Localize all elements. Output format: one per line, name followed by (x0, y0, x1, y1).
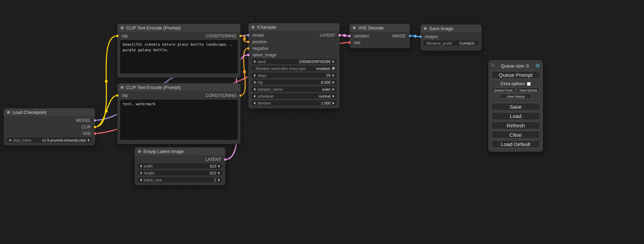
positive-prompt-textarea[interactable]: beautiful scenery nature glass bottle la… (120, 40, 238, 73)
node-ksampler[interactable]: KSampler model LATENT positive negative … (248, 23, 340, 109)
collapse-dot-icon[interactable] (424, 27, 427, 30)
input-slot-vae[interactable] (348, 41, 351, 44)
widget-scheduler[interactable]: scheduler normal (251, 93, 337, 99)
negative-prompt-textarea[interactable]: text, watermark (120, 100, 238, 140)
node-load-checkpoint[interactable]: Load Checkpoint MODEL CLIP VAE ckpt_name… (3, 108, 95, 146)
load-button[interactable]: Load (491, 112, 540, 120)
node-title: Save Image (429, 26, 453, 31)
decrement-arrow-icon[interactable] (254, 102, 255, 105)
menu-panel[interactable]: ⠿ Queue size: 0 ⚙ Queue Prompt Extra opt… (488, 60, 543, 152)
output-slot-conditioning[interactable] (239, 34, 242, 37)
widget-value: 1.000 (321, 101, 330, 105)
extra-options-checkbox[interactable] (527, 82, 531, 86)
output-slot-latent[interactable] (338, 34, 341, 37)
input-slot-positive[interactable] (247, 40, 250, 43)
node-graph-canvas[interactable]: Load Checkpoint MODEL CLIP VAE ckpt_name… (0, 0, 644, 244)
queue-prompt-button[interactable]: Queue Prompt (491, 71, 540, 79)
output-slot-clip[interactable] (94, 125, 97, 128)
queue-front-button[interactable]: Queue Front (491, 88, 515, 92)
widget-cfg[interactable]: cfg 8.000 (251, 80, 337, 85)
decrement-arrow-icon[interactable] (140, 179, 142, 181)
widget-batch-size[interactable]: batch_size 1 (138, 177, 222, 182)
prev-value-arrow-icon[interactable] (254, 88, 255, 91)
node-clip-text-encode-positive[interactable]: CLIP Text Encode (Prompt) clip CONDITION… (117, 24, 241, 78)
output-slot-image[interactable] (408, 34, 412, 37)
slot-row: clip CONDITIONING (117, 92, 240, 98)
node-titlebar[interactable]: VAE Decode (350, 24, 410, 32)
input-slot-clip[interactable] (116, 94, 119, 97)
widget-ckpt-name[interactable]: ckpt_name v1-5-pruned-emaonly.ckpt (7, 137, 92, 143)
widget-width[interactable]: width 512 (138, 163, 222, 169)
decrement-arrow-icon[interactable] (254, 81, 255, 84)
node-titlebar[interactable]: CLIP Text Encode (Prompt) (117, 24, 240, 32)
prev-value-arrow-icon[interactable] (9, 139, 11, 142)
save-button[interactable]: Save (491, 103, 540, 111)
widget-steps[interactable]: steps 20 (251, 73, 337, 78)
decrement-arrow-icon[interactable] (254, 74, 255, 77)
node-titlebar[interactable]: Load Checkpoint (4, 108, 95, 117)
queue-buttons-row: Queue Front View Queue (491, 88, 540, 92)
widget-filename-prefix[interactable]: filename_prefix ComfyUI (423, 40, 479, 46)
node-titlebar[interactable]: CLIP Text Encode (Prompt) (117, 83, 240, 92)
input-label-clip: clip (122, 93, 128, 98)
input-slot-images[interactable] (419, 35, 422, 38)
node-vae-decode[interactable]: VAE Decode samples IMAGE vae (349, 24, 410, 48)
increment-arrow-icon[interactable] (333, 81, 334, 84)
increment-arrow-icon[interactable] (333, 74, 334, 77)
clear-button[interactable]: Clear (491, 131, 540, 139)
output-slot-latent[interactable] (224, 158, 227, 161)
widget-label: batch_size (144, 178, 162, 182)
node-save-image[interactable]: Save Image images filename_prefix ComfyU… (420, 24, 482, 51)
input-label-negative: negative (253, 46, 268, 51)
increment-arrow-icon[interactable] (218, 179, 220, 181)
decrement-arrow-icon[interactable] (140, 172, 142, 174)
link-midpoint-dot-vae-image-to-save-image (414, 35, 417, 38)
increment-arrow-icon[interactable] (218, 172, 220, 174)
input-slot-negative[interactable] (247, 47, 250, 50)
link-midpoint-dot-ksampler-latent-to-vae-decode (343, 34, 346, 37)
next-value-arrow-icon[interactable] (88, 139, 90, 142)
widget-sampler-name[interactable]: sampler_name euler (251, 87, 337, 92)
node-titlebar[interactable]: KSampler (248, 23, 339, 31)
input-slot-clip[interactable] (116, 34, 119, 37)
settings-gear-icon[interactable]: ⚙ (536, 63, 540, 69)
input-slot-samples[interactable] (348, 34, 351, 37)
output-label-image: IMAGE (392, 34, 406, 38)
toggle-dot-icon[interactable] (332, 67, 335, 70)
collapse-dot-icon[interactable] (7, 111, 10, 114)
increment-arrow-icon[interactable] (218, 165, 220, 168)
drag-handle-icon[interactable]: ⠿ (491, 63, 494, 68)
output-row: CLIP (4, 124, 95, 130)
decrement-arrow-icon[interactable] (140, 165, 142, 168)
collapse-dot-icon[interactable] (138, 150, 141, 153)
collapse-dot-icon[interactable] (252, 26, 255, 29)
output-slot-conditioning[interactable] (239, 94, 242, 97)
extra-options-label: Extra options (501, 81, 525, 86)
collapse-dot-icon[interactable] (353, 26, 356, 29)
node-clip-text-encode-negative[interactable]: CLIP Text Encode (Prompt) clip CONDITION… (117, 83, 241, 144)
input-slot-model[interactable] (247, 34, 250, 37)
widget-height[interactable]: height 512 (138, 170, 222, 175)
increment-arrow-icon[interactable] (333, 60, 334, 63)
link-midpoint-dot-checkpoint-clip-to-positive-clip (105, 80, 108, 83)
widget-seed[interactable]: seed 156680208700286 (251, 59, 337, 64)
decrement-arrow-icon[interactable] (254, 60, 255, 63)
collapse-dot-icon[interactable] (121, 86, 124, 89)
output-slot-vae[interactable] (94, 132, 97, 135)
node-titlebar[interactable]: Save Image (421, 25, 482, 33)
next-value-arrow-icon[interactable] (333, 95, 334, 98)
increment-arrow-icon[interactable] (333, 102, 334, 105)
load-default-button[interactable]: Load Default (491, 140, 540, 148)
widget-denoise[interactable]: denoise 1.000 (251, 100, 337, 106)
output-slot-model[interactable] (94, 119, 97, 122)
collapse-dot-icon[interactable] (121, 26, 124, 29)
input-slot-latent-image[interactable] (247, 53, 250, 56)
node-titlebar[interactable]: Empty Latent Image (135, 147, 225, 156)
prev-value-arrow-icon[interactable] (254, 95, 255, 98)
node-empty-latent-image[interactable]: Empty Latent Image LATENT width 512 heig… (134, 147, 226, 186)
view-queue-button[interactable]: View Queue (517, 88, 540, 92)
widget-random-seed-toggle[interactable]: Random seed after every gen enabled (251, 66, 337, 71)
view-history-button[interactable]: View History (500, 94, 532, 99)
next-value-arrow-icon[interactable] (333, 88, 334, 91)
refresh-button[interactable]: Refresh (491, 121, 540, 129)
